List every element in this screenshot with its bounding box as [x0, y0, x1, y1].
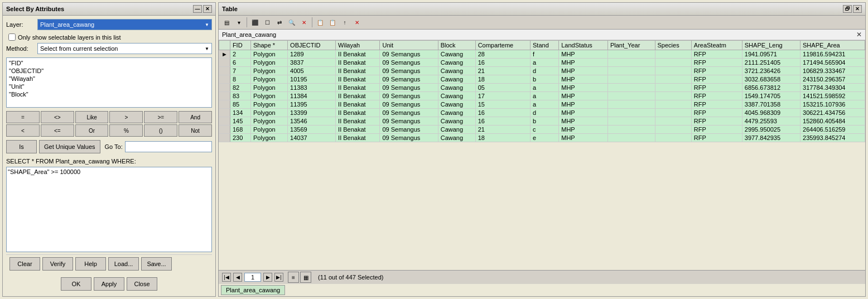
table-wrapper[interactable]: FIDShape *OBJECTIDWilayahUnitBlockCompar…: [219, 40, 865, 270]
column-header[interactable]: SHAPE_Leng: [742, 41, 800, 50]
field-item[interactable]: "Block": [8, 90, 210, 98]
table-cell: 85: [230, 100, 250, 109]
is-button[interactable]: Is: [6, 140, 37, 153]
operator-button[interactable]: (): [144, 124, 177, 137]
table-cell: Cawang: [438, 117, 475, 126]
field-item[interactable]: "Wilayah": [8, 75, 210, 83]
field-item[interactable]: "FID": [8, 59, 210, 67]
field-item[interactable]: "OBJECTID": [8, 67, 210, 75]
minimize-button[interactable]: —: [193, 5, 202, 13]
toolbar-switch-selection-button[interactable]: ⇄: [274, 17, 285, 28]
table-cell: 243150.296357: [801, 75, 865, 84]
get-unique-values-button[interactable]: Get Unique Values: [39, 140, 100, 153]
field-item[interactable]: "Unit": [8, 83, 210, 90]
operator-button[interactable]: >=: [144, 111, 177, 123]
toolbar-button-1[interactable]: ▤: [221, 17, 232, 28]
table-cell: 13546: [288, 117, 336, 126]
table-row[interactable]: 82Polygon11383II Benakat09 SemangusCawan…: [219, 84, 865, 92]
column-header[interactable]: FID: [230, 41, 250, 50]
selectable-layers-checkbox[interactable]: [8, 33, 16, 41]
column-header[interactable]: Unit: [380, 41, 438, 50]
operator-button[interactable]: %: [109, 124, 143, 137]
table-cell: Polygon: [250, 92, 287, 100]
column-header[interactable]: OBJECTID: [288, 41, 336, 50]
column-header[interactable]: Plant_Year: [607, 41, 655, 50]
table-subtitle-close[interactable]: ✕: [856, 31, 862, 38]
column-header[interactable]: Comparteme: [475, 41, 530, 50]
operator-button[interactable]: >: [109, 111, 143, 123]
left-titlebar: Select By Attributes — ✕: [3, 3, 215, 16]
table-cell: 171494.565904: [801, 59, 865, 67]
apply-button[interactable]: Apply: [94, 277, 124, 291]
goto-input[interactable]: [125, 141, 212, 152]
sql-textarea[interactable]: [6, 167, 212, 252]
list-view-button[interactable]: ≡: [288, 272, 299, 283]
close-dialog-button[interactable]: Close: [127, 277, 157, 291]
table-cell: 28: [475, 50, 530, 59]
toolbar-export-button[interactable]: ✕: [351, 17, 363, 28]
column-header[interactable]: SHAPE_Area: [801, 41, 865, 50]
toolbar-move-button[interactable]: ↑: [339, 17, 350, 28]
prev-page-button[interactable]: ◀: [233, 273, 242, 282]
operator-button[interactable]: <=: [41, 124, 74, 137]
table-row[interactable]: 83Polygon11384II Benakat09 SemangusCawan…: [219, 92, 865, 100]
table-restore-button[interactable]: 🗗: [843, 5, 852, 13]
table-close-button[interactable]: ✕: [853, 5, 862, 13]
load-button[interactable]: Load...: [108, 257, 139, 271]
operator-button[interactable]: =: [6, 111, 40, 123]
table-cell: c: [531, 126, 559, 134]
table-cell: 21: [475, 126, 530, 134]
table-row[interactable]: 134Polygon13399II Benakat09 SemangusCawa…: [219, 109, 865, 117]
table-row[interactable]: 7Polygon4005II Benakat09 SemangusCawang2…: [219, 67, 865, 75]
table-row[interactable]: 145Polygon13546II Benakat09 SemangusCawa…: [219, 117, 865, 126]
table-row[interactable]: ►2Polygon1289II Benakat09 SemangusCawang…: [219, 50, 865, 59]
layer-label: Layer:: [6, 21, 35, 28]
table-body: ►2Polygon1289II Benakat09 SemangusCawang…: [219, 50, 865, 142]
save-button[interactable]: Save...: [141, 257, 172, 271]
page-input[interactable]: [244, 273, 261, 282]
goto-label: Go To:: [105, 143, 123, 150]
last-page-button[interactable]: ▶|: [274, 273, 283, 282]
toolbar-copy-button[interactable]: 📋: [315, 17, 326, 28]
toolbar-delete-button[interactable]: ✕: [298, 17, 310, 28]
toolbar-clear-selection-button[interactable]: ☐: [262, 17, 273, 28]
layer-dropdown[interactable]: Plant_area_cawang ▼: [37, 19, 212, 30]
operator-button[interactable]: And: [179, 111, 212, 123]
table-tab[interactable]: Plant_area_cawang: [221, 285, 285, 295]
method-dropdown[interactable]: Select from current selection ▼: [37, 43, 212, 54]
table-cell: Cawang: [438, 75, 475, 84]
table-row[interactable]: 85Polygon11395II Benakat09 SemangusCawan…: [219, 100, 865, 109]
column-header[interactable]: Species: [655, 41, 691, 50]
table-row[interactable]: 6Polygon3837II Benakat09 SemangusCawang1…: [219, 59, 865, 67]
table-row[interactable]: 168Polygon13569II Benakat09 SemangusCawa…: [219, 126, 865, 134]
column-header[interactable]: LandStatus: [559, 41, 608, 50]
operator-button[interactable]: Like: [75, 111, 109, 123]
ok-button[interactable]: OK: [61, 277, 91, 291]
fields-listbox[interactable]: "FID""OBJECTID""Wilayah""Unit""Block": [6, 57, 212, 108]
clear-button[interactable]: Clear: [9, 257, 40, 271]
table-cell: 3837: [288, 59, 336, 67]
toolbar-paste-button[interactable]: 📋: [327, 17, 338, 28]
operator-button[interactable]: Not: [179, 124, 212, 137]
table-cell: 3977.842935: [742, 134, 800, 142]
first-page-button[interactable]: |◀: [222, 273, 231, 282]
help-button[interactable]: Help: [75, 257, 106, 271]
column-header[interactable]: Block: [438, 41, 475, 50]
toolbar-select-all-button[interactable]: ⬛: [249, 17, 261, 28]
column-header[interactable]: Stand: [531, 41, 559, 50]
operator-button[interactable]: <: [6, 124, 40, 137]
operator-button[interactable]: <>: [41, 111, 74, 123]
table-row[interactable]: 230Polygon14037II Benakat09 SemangusCawa…: [219, 134, 865, 142]
table-row[interactable]: 8Polygon10195II Benakat09 SemangusCawang…: [219, 75, 865, 84]
next-page-button[interactable]: ▶: [263, 273, 272, 282]
column-header[interactable]: Wilayah: [336, 41, 380, 50]
card-view-button[interactable]: ▦: [300, 272, 311, 283]
verify-button[interactable]: Verify: [42, 257, 73, 271]
column-header[interactable]: AreaSteatm: [691, 41, 742, 50]
toolbar-zoom-button[interactable]: 🔍: [286, 17, 297, 28]
column-header[interactable]: Shape *: [250, 41, 287, 50]
method-label: Method:: [6, 45, 35, 52]
toolbar-dropdown-button[interactable]: ▾: [233, 17, 244, 28]
operator-button[interactable]: Or: [75, 124, 109, 137]
close-button[interactable]: ✕: [203, 5, 212, 13]
